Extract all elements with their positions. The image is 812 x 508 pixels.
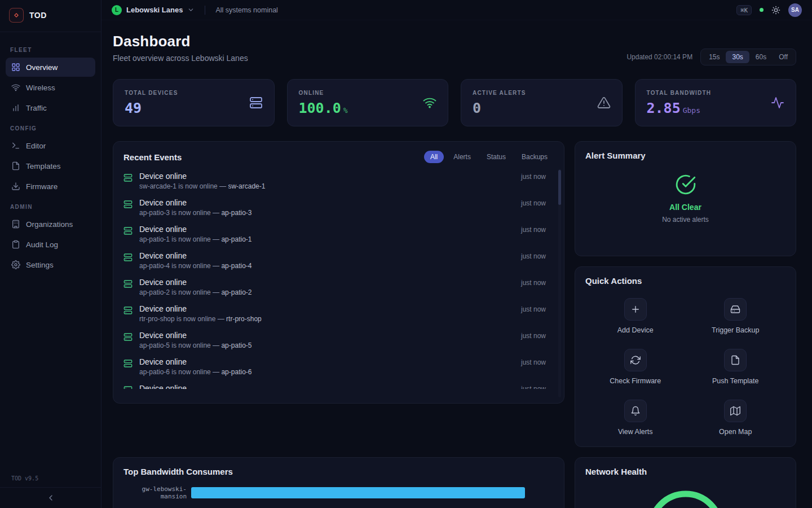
bandwidth-bar (191, 487, 525, 498)
stat-label: TOTAL BANDWIDTH (647, 90, 712, 96)
refresh-option-off[interactable]: Off (773, 51, 794, 63)
app-logo: TOD (0, 0, 101, 32)
sidebar-collapse-button[interactable] (0, 487, 101, 508)
action-trigger-backup[interactable]: Trigger Backup (686, 298, 786, 334)
stat-label: ONLINE (299, 90, 348, 96)
event-separator: — (219, 182, 226, 190)
action-open-map[interactable]: Open Map (686, 400, 786, 436)
event-separator: — (218, 315, 224, 323)
event-message: ap-patio-2 is now online (139, 288, 211, 296)
events-scrollbar (558, 169, 561, 397)
action-view-alerts[interactable]: View Alerts (585, 400, 686, 436)
sidebar-item-label: Editor (26, 142, 46, 150)
event-device: ap-patio-2 (221, 288, 251, 296)
refresh-option-30s[interactable]: 30s (726, 51, 749, 63)
event-time: just now (521, 358, 546, 366)
sidebar-item-audit-log[interactable]: Audit Log (6, 235, 95, 254)
event-time: just now (521, 385, 546, 389)
sidebar-item-label: Overview (26, 63, 58, 72)
stat-value: 0 (473, 100, 481, 116)
terminal-icon (11, 141, 20, 150)
stat-value: 100.0 (299, 100, 341, 116)
check-circle-icon (675, 174, 696, 197)
event-row[interactable]: Device online ap-patio-6 is now online —… (123, 353, 554, 380)
event-message: rtr-pro-shop is now online (139, 315, 215, 323)
health-gauge: 100 (585, 487, 785, 508)
event-title: Device online (139, 251, 514, 260)
recent-events-panel: Recent Events All Alerts Status Backups … (113, 141, 564, 404)
bandwidth-title: Top Bandwidth Consumers (123, 467, 554, 476)
event-device: rtr-pro-shop (226, 315, 262, 323)
action-add-device[interactable]: Add Device (585, 298, 686, 334)
user-avatar[interactable]: SA (788, 3, 802, 17)
event-message: ap-patio-6 is now online (139, 368, 211, 376)
system-status-text: All systems nominal (215, 6, 277, 14)
quick-actions-panel: Quick Actions Add Device Trigger Backup (575, 266, 796, 447)
event-title: Device online (139, 331, 514, 340)
event-title: Device online (139, 278, 514, 287)
event-row[interactable]: Device online ap-patio-1 is now online —… (123, 221, 554, 247)
sidebar-item-organizations[interactable]: Organizations (6, 214, 95, 234)
sidebar-item-label: Audit Log (26, 240, 58, 249)
event-title: Device online (139, 225, 514, 234)
stat-card-online: ONLINE 100.0% (287, 79, 449, 126)
events-scrollbar-thumb[interactable] (558, 170, 561, 205)
alert-triangle-icon (597, 96, 611, 110)
recent-events-title: Recent Events (123, 152, 182, 162)
sidebar-item-label: Firmware (26, 182, 58, 191)
filter-alerts[interactable]: Alerts (447, 151, 477, 163)
chevron-down-icon (187, 6, 195, 14)
sidebar-item-templates[interactable]: Templates (6, 156, 95, 176)
command-palette-shortcut[interactable]: ⌘K (736, 5, 752, 15)
alert-detail-text: No active alerts (662, 216, 709, 224)
event-time: just now (521, 252, 546, 260)
page-title: Dashboard (113, 33, 248, 50)
event-row[interactable]: Device online sw-arcade-1 is now online … (123, 168, 554, 194)
event-row[interactable]: Device online just now (123, 380, 554, 389)
action-push-template[interactable]: Push Template (686, 349, 786, 385)
sidebar-item-editor[interactable]: Editor (6, 136, 95, 155)
filter-all[interactable]: All (424, 151, 444, 163)
sidebar-item-overview[interactable]: Overview (6, 58, 95, 77)
action-check-firmware[interactable]: Check Firmware (585, 349, 686, 385)
stat-card-total-bandwidth: TOTAL BANDWIDTH 2.85Gbps (635, 79, 797, 126)
event-time: just now (521, 305, 546, 313)
stat-label: TOTAL DEVICES (125, 90, 178, 96)
event-device: ap-patio-5 (221, 341, 251, 349)
sidebar-item-settings[interactable]: Settings (6, 255, 95, 274)
app-version: TOD v9.5 (9, 475, 92, 487)
refresh-option-15s[interactable]: 15s (703, 51, 726, 63)
gear-icon (11, 260, 20, 269)
refresh-option-60s[interactable]: 60s (749, 51, 773, 63)
stat-card-active-alerts: ACTIVE ALERTS 0 (461, 79, 623, 126)
server-icon (123, 332, 133, 343)
event-time: just now (521, 332, 546, 340)
health-status-dot (760, 8, 764, 12)
sidebar-item-traffic[interactable]: Traffic (6, 98, 95, 117)
event-row[interactable]: Device online ap-patio-3 is now online —… (123, 194, 554, 221)
sidebar: TOD FLEET Overview Wireless Traffic CONF… (0, 0, 102, 508)
main-content: Dashboard Fleet overview across Lebowski… (102, 20, 812, 508)
event-row[interactable]: Device online ap-patio-2 is now online —… (123, 274, 554, 300)
action-label: Push Template (712, 377, 758, 385)
map-icon (724, 400, 747, 422)
event-row[interactable]: Device online ap-patio-4 is now online —… (123, 247, 554, 274)
topbar-divider (205, 6, 205, 15)
action-label: View Alerts (618, 428, 653, 436)
server-icon (123, 253, 133, 264)
org-switcher[interactable]: L Lebowski Lanes (112, 5, 195, 15)
event-device: ap-patio-3 (221, 209, 251, 217)
topbar: L Lebowski Lanes All systems nominal ⌘K … (102, 0, 812, 20)
event-time: just now (521, 199, 546, 207)
network-health-panel: Network Health 100 (575, 457, 796, 508)
sidebar-item-wireless[interactable]: Wireless (6, 78, 95, 97)
theme-toggle-button[interactable] (771, 6, 780, 15)
filter-status[interactable]: Status (480, 151, 512, 163)
event-row[interactable]: Device online rtr-pro-shop is now online… (123, 300, 554, 327)
event-row[interactable]: Device online ap-patio-5 is now online —… (123, 327, 554, 353)
bandwidth-row: gw-lebowski-mansion (123, 485, 554, 500)
org-name: Lebowski Lanes (126, 6, 183, 14)
sidebar-item-firmware[interactable]: Firmware (6, 177, 95, 196)
hard-drive-icon (724, 298, 747, 321)
filter-backups[interactable]: Backups (515, 151, 554, 163)
